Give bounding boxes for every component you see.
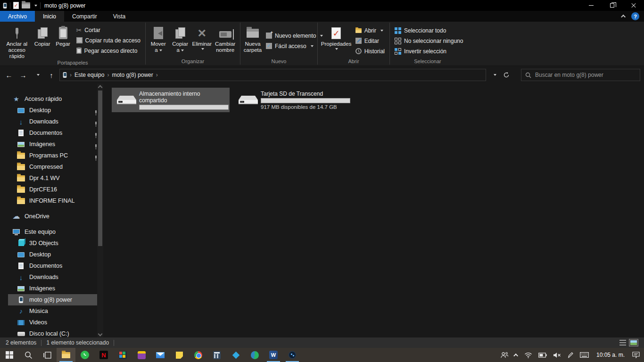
sidebar-item-documentos-2[interactable]: Documentos [0,260,97,272]
wifi-button[interactable] [523,348,534,362]
search-input[interactable] [535,72,636,78]
address-dropdown-button[interactable] [488,69,500,81]
sidebar-item-musica[interactable]: ♪Música [0,305,97,317]
taskbar-app-3[interactable] [283,348,302,362]
sidebar-item-acceso-rapido[interactable]: ★Acceso rápido [0,93,97,105]
search-box[interactable] [521,69,640,81]
sidebar-item-dpr41wv[interactable]: Dpr 4.1 WV [0,173,97,184]
tab-vista[interactable]: Vista [105,11,133,22]
taskbar-search-button[interactable] [19,348,38,362]
minimize-button[interactable] [580,0,602,11]
history-button[interactable]: Historial [355,47,385,56]
cut-button[interactable]: ✂ Cortar [76,25,140,34]
select-all-button[interactable]: Seleccionar todo [395,26,463,35]
taskbar-whatsapp[interactable] [75,348,94,362]
address-bar[interactable]: › Este equipo › moto g(8) power › [59,69,486,81]
start-button[interactable] [0,348,19,362]
rename-button[interactable]: Cambiar nombre [212,24,238,53]
sidebar-item-moto-g8-power[interactable]: moto g(8) power [8,294,97,305]
help-icon[interactable]: ? [631,12,639,20]
taskbar-mail[interactable] [151,348,170,362]
scroll-up-icon[interactable] [98,85,103,90]
taskbar-netflix[interactable]: N [94,348,113,362]
delete-button[interactable]: × Eliminar [191,24,212,50]
sidebar-item-programas-pc[interactable]: Programas PC [0,150,97,161]
pen-button[interactable] [566,348,575,362]
copy-path-button[interactable]: Copiar ruta de acceso [76,36,140,45]
forward-button[interactable]: → [17,69,29,81]
hidden-icons-button[interactable] [513,348,520,362]
collapse-ribbon-icon[interactable] [621,15,626,19]
sidebar-item-compressed[interactable]: Compressed [0,161,97,173]
taskbar-calculator[interactable] [207,348,226,362]
details-view-button[interactable] [619,340,626,346]
sidebar-item-desktop-2[interactable]: Desktop [0,249,97,260]
scroll-down-icon[interactable] [98,332,103,337]
paste-button[interactable]: Pegar [53,24,74,47]
folder-icon[interactable] [22,2,30,8]
tab-compartir[interactable]: Compartir [64,11,105,22]
taskbar-store[interactable] [113,348,132,362]
drive-tile-internal-storage[interactable]: Almacenamiento interno compartido [112,88,230,112]
sidebar-item-onedrive[interactable]: ☁OneDrive [0,211,97,222]
taskbar-sticky-notes[interactable] [170,348,189,362]
up-button[interactable]: ↑ [45,69,58,81]
sidebar-item-downloads-2[interactable]: ↓Downloads [0,272,97,283]
taskbar-kodi[interactable] [226,348,245,362]
taskbar-word[interactable]: W [264,348,283,362]
properties-button[interactable]: Propiedades [320,24,353,50]
sidebar-item-videos[interactable]: Videos [0,317,97,328]
move-to-button[interactable]: Mover a [148,24,169,53]
separator [10,2,10,9]
touch-keyboard-button[interactable] [578,348,590,362]
people-button[interactable] [499,348,510,362]
back-button[interactable]: ← [3,69,15,81]
select-none-button[interactable]: No seleccionar ninguno [395,36,463,45]
ribbon-group-open: Propiedades Abrir Editar His [318,22,389,66]
sidebar-item-documentos[interactable]: Documentos [0,127,97,139]
paste-shortcut-button[interactable]: Pegar acceso directo [76,46,140,55]
action-center-button[interactable] [631,348,641,362]
easy-access-button[interactable]: Fácil acceso [266,41,323,50]
pin-to-quick-access-button[interactable]: Anclar al acceso rápido [2,24,32,59]
taskbar-app-1[interactable] [132,348,151,362]
copy-to-button[interactable]: Copiar a [169,24,191,53]
open-button[interactable]: Abrir [355,26,385,35]
sidebar-item-imagenes-2[interactable]: Imágenes [0,283,97,294]
windows-logo-icon [6,351,13,359]
sidebar-item-disco-local-c[interactable]: Disco local (C:) [0,328,97,337]
new-item-button[interactable]: Nuevo elemento [266,31,323,40]
breadcrumb-current[interactable]: moto g(8) power [112,72,153,78]
volume-muted-button[interactable] [552,348,562,362]
restore-button[interactable] [602,0,623,11]
sidebar-scrollbar[interactable] [97,84,103,337]
drive-tile-sd-card[interactable]: Tarjeta SD de Transcend 917 MB disponibl… [233,88,351,112]
qat-customize-chevron-icon[interactable] [34,5,37,7]
tab-archivo[interactable]: Archivo [0,11,35,22]
taskbar-clock[interactable]: 10:05 a. m. [594,352,627,358]
invert-selection-button[interactable]: Invertir selección [395,47,463,56]
scrollbar-thumb[interactable] [98,90,102,246]
taskbar-app-2[interactable] [245,348,264,362]
refresh-button[interactable] [500,69,512,81]
sidebar-item-3d-objects[interactable]: 3D Objects [0,238,97,249]
sidebar-item-dprcfe16[interactable]: DprCFE16 [0,184,97,195]
taskbar-chrome[interactable] [189,348,207,362]
edit-button[interactable]: Editar [355,36,385,45]
tab-inicio[interactable]: Inicio [35,11,64,22]
battery-button[interactable] [537,348,548,362]
sidebar-item-desktop[interactable]: Desktop [0,105,97,116]
copy-button[interactable]: Copiar [32,24,53,47]
sidebar-item-informe-final[interactable]: INFORME FINAL [0,195,97,206]
sidebar-item-downloads[interactable]: ↓Downloads [0,116,97,127]
sidebar-item-imagenes[interactable]: Imágenes [0,139,97,150]
thumbnail-view-button[interactable] [629,339,638,346]
new-folder-button[interactable]: Nueva carpeta [242,24,263,53]
sidebar-item-este-equipo[interactable]: Este equipo [0,226,97,238]
properties-icon[interactable] [13,2,19,9]
recent-locations-chevron[interactable] [31,69,43,81]
task-view-button[interactable] [38,348,57,362]
taskbar-file-explorer[interactable] [57,348,75,362]
breadcrumb-este-equipo[interactable]: Este equipo [74,72,104,78]
close-button[interactable] [623,0,644,11]
